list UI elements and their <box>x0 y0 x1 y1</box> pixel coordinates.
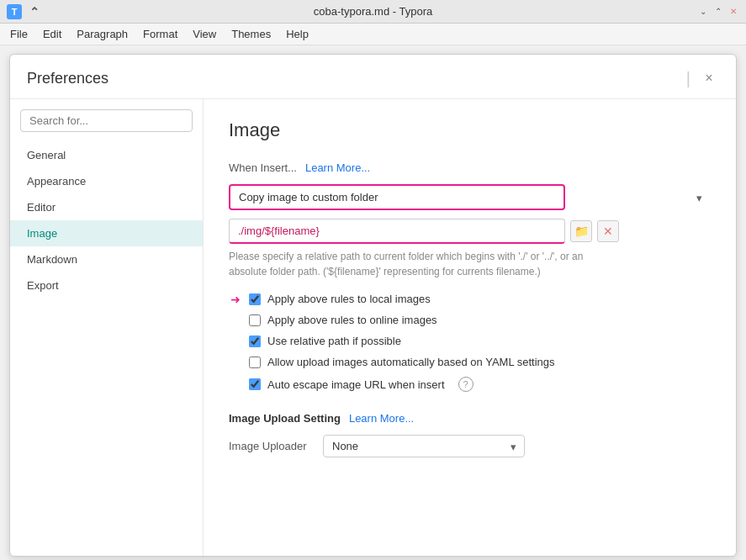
when-insert-label: When Insert... <box>229 161 297 174</box>
close-button[interactable]: ✕ <box>727 6 739 18</box>
sidebar-item-appearance[interactable]: Appearance <box>10 168 203 194</box>
menu-file[interactable]: File <box>3 26 34 42</box>
main-panel: Image When Insert... Learn More... Copy … <box>204 99 736 556</box>
arrow-indicator: ➜ <box>230 293 241 306</box>
upload-section-label: Image Upload Setting <box>229 412 341 425</box>
file-path-row: 📁 ✕ <box>229 219 711 244</box>
dropdown-arrow-icon: ▾ <box>696 191 702 203</box>
clear-path-button[interactable]: ✕ <box>597 220 619 242</box>
uploader-dropdown[interactable]: None iPic uPic PicGo <box>323 435 525 457</box>
sidebar-item-general[interactable]: General <box>10 142 203 168</box>
win-title-bar: Preferences | × <box>10 55 736 99</box>
sidebar-item-image[interactable]: Image <box>10 220 203 246</box>
menu-help[interactable]: Help <box>279 26 315 42</box>
uploader-row: Image Uploader None iPic uPic PicGo ▾ <box>229 435 711 457</box>
sidebar-item-markdown[interactable]: Markdown <box>10 246 203 272</box>
uploader-dropdown-wrapper: None iPic uPic PicGo ▾ <box>323 435 525 457</box>
preferences-title: Preferences <box>27 70 108 87</box>
menu-format[interactable]: Format <box>136 26 184 42</box>
auto-escape-checkbox[interactable] <box>249 378 261 390</box>
upload-learn-more[interactable]: Learn More... <box>349 412 414 425</box>
browse-folder-button[interactable]: 📁 <box>570 220 592 242</box>
upload-header: Image Upload Setting Learn More... <box>229 412 711 425</box>
relative-path-checkbox[interactable] <box>249 335 261 347</box>
menu-themes[interactable]: Themes <box>225 26 278 42</box>
maximize-button[interactable]: ⌃ <box>712 6 724 18</box>
menu-paragraph[interactable]: Paragraph <box>70 26 135 42</box>
relative-path-row: Use relative path if possible <box>249 335 711 347</box>
relative-path-label: Use relative path if possible <box>267 335 401 347</box>
local-images-checkbox[interactable] <box>249 293 261 305</box>
menu-bar: File Edit Paragraph Format View Themes H… <box>0 24 746 45</box>
copy-method-dropdown[interactable]: Copy image to custom folder No action Mo… <box>229 184 565 210</box>
app-icon: T <box>7 4 22 19</box>
title-bar-left: T ⌃ <box>7 4 42 19</box>
path-help-text: Please specify a relative path to curren… <box>229 249 599 279</box>
online-images-row: Apply above rules to online images <box>249 314 711 326</box>
window-title: coba-typora.md - Typora <box>314 5 432 18</box>
checkboxes-group: ➜ Apply above rules to local images Appl… <box>229 293 711 392</box>
pin-icon[interactable]: ⌃ <box>27 4 42 19</box>
sidebar-item-editor[interactable]: Editor <box>10 194 203 220</box>
page-title: Image <box>229 119 711 141</box>
online-images-checkbox[interactable] <box>249 314 261 326</box>
online-images-label: Apply above rules to online images <box>267 314 437 326</box>
preferences-close-button[interactable]: × <box>699 68 719 88</box>
copy-method-dropdown-wrapper: Copy image to custom folder No action Mo… <box>229 184 711 210</box>
auto-escape-help-icon[interactable]: ? <box>458 377 474 392</box>
auto-escape-label: Auto escape image URL when insert <box>267 378 445 391</box>
menu-view[interactable]: View <box>186 26 223 42</box>
search-input[interactable] <box>20 109 193 132</box>
yaml-upload-row: Allow upload images automatically based … <box>249 356 711 368</box>
menu-edit[interactable]: Edit <box>36 26 68 42</box>
yaml-upload-label: Allow upload images automatically based … <box>267 356 555 368</box>
uploader-label: Image Uploader <box>229 440 313 452</box>
local-images-label: Apply above rules to local images <box>267 293 431 305</box>
content-area: General Appearance Editor Image Markdown… <box>10 99 736 556</box>
minimize-button[interactable]: ⌄ <box>697 6 709 18</box>
auto-escape-row: Auto escape image URL when insert ? <box>249 377 711 392</box>
sidebar: General Appearance Editor Image Markdown… <box>10 99 204 556</box>
local-images-row: ➜ Apply above rules to local images <box>249 293 711 305</box>
preferences-window: Preferences | × General Appearance Edito… <box>9 54 737 557</box>
upload-section: Image Upload Setting Learn More... Image… <box>229 412 711 457</box>
sidebar-item-export[interactable]: Export <box>10 272 203 298</box>
divider-line: | <box>686 69 690 88</box>
title-bar: T ⌃ coba-typora.md - Typora ⌄ ⌃ ✕ <box>0 0 746 24</box>
file-path-input[interactable] <box>229 219 565 244</box>
when-insert-header: When Insert... Learn More... <box>229 161 711 174</box>
window-controls: ⌄ ⌃ ✕ <box>697 6 739 18</box>
when-insert-learn-more[interactable]: Learn More... <box>305 161 370 174</box>
yaml-upload-checkbox[interactable] <box>249 357 261 368</box>
